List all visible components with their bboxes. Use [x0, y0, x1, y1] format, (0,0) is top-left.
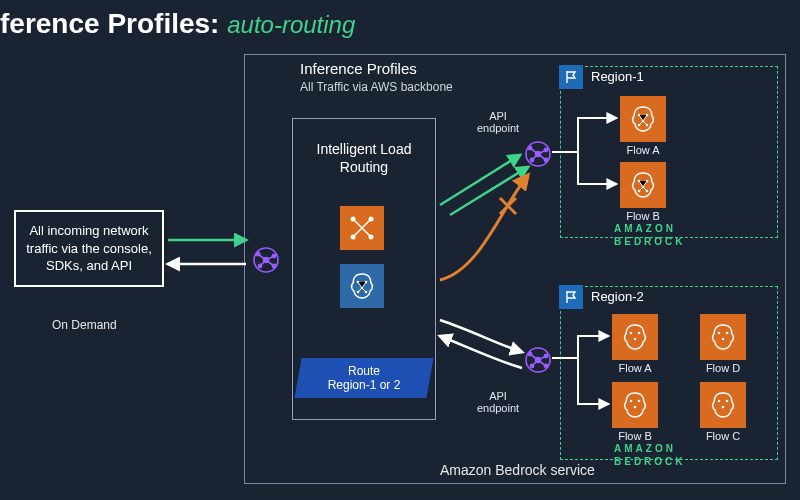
routing-icon-tile — [340, 206, 384, 250]
svg-point-18 — [530, 158, 533, 161]
bedrock-brand-1: AMAZONBEDROCK — [614, 222, 686, 248]
region-1-box: Region-1 — [560, 66, 778, 238]
brain-icon — [628, 170, 658, 200]
on-demand-label: On Demand — [52, 318, 117, 332]
region-2-label: Region-2 — [591, 289, 644, 304]
svg-point-13 — [272, 254, 275, 257]
brain-icon-tile — [340, 264, 384, 308]
route-line2: Region-1 or 2 — [328, 378, 401, 392]
svg-point-38 — [638, 332, 641, 335]
title-sub: auto-routing — [227, 11, 355, 38]
flow-label: Flow B — [612, 430, 658, 442]
svg-point-17 — [528, 146, 531, 149]
router-icon-region1 — [524, 140, 552, 168]
service-subtitle: All Traffic via AWS backbone — [300, 80, 453, 94]
svg-point-19 — [544, 148, 547, 151]
svg-point-23 — [528, 352, 531, 355]
flow-tile — [612, 382, 658, 428]
incoming-traffic-box: All incoming network traffic via the con… — [14, 210, 164, 287]
svg-point-40 — [718, 332, 721, 335]
svg-point-48 — [722, 406, 725, 409]
page-title: ference Profiles: auto-routing — [0, 8, 355, 40]
route-banner: Route Region-1 or 2 — [294, 358, 433, 398]
svg-point-44 — [638, 400, 641, 403]
svg-point-11 — [256, 252, 259, 255]
svg-point-39 — [634, 338, 637, 341]
flow-tile — [700, 382, 746, 428]
router-icon-region2 — [524, 346, 552, 374]
svg-point-25 — [544, 354, 547, 357]
service-bottom-label: Amazon Bedrock service — [440, 462, 595, 478]
svg-point-47 — [726, 400, 729, 403]
route-line1: Route — [348, 364, 380, 378]
brain-icon — [708, 390, 738, 420]
flow-label: Flow A — [612, 362, 658, 374]
title-main: ference Profiles: — [0, 8, 219, 39]
flow-tile — [620, 96, 666, 142]
svg-point-43 — [630, 400, 633, 403]
flow-tile — [700, 314, 746, 360]
router-icon-entry — [252, 246, 280, 274]
api-endpoint-2-label: API endpoint — [468, 390, 528, 414]
ilr-title: Intelligent Load Routing — [314, 140, 414, 176]
brain-icon — [620, 322, 650, 352]
svg-point-45 — [634, 406, 637, 409]
flag-icon — [559, 285, 583, 309]
svg-point-41 — [726, 332, 729, 335]
brain-icon — [628, 104, 658, 134]
brain-icon — [620, 390, 650, 420]
svg-point-42 — [722, 338, 725, 341]
flow-tile — [620, 162, 666, 208]
traffic-text: All incoming network traffic via the con… — [26, 223, 152, 273]
bedrock-brand-2: AMAZONBEDROCK — [614, 442, 686, 468]
svg-point-46 — [718, 400, 721, 403]
flow-label: Flow B — [620, 210, 666, 222]
svg-point-26 — [544, 364, 547, 367]
svg-point-24 — [530, 364, 533, 367]
flow-label: Flow D — [700, 362, 746, 374]
api-endpoint-1-label: API endpoint — [468, 110, 528, 134]
flag-icon — [559, 65, 583, 89]
svg-point-37 — [630, 332, 633, 335]
region-1-label: Region-1 — [591, 69, 644, 84]
flow-label: Flow C — [700, 430, 746, 442]
svg-point-12 — [258, 264, 261, 267]
svg-point-14 — [272, 264, 275, 267]
svg-point-20 — [544, 158, 547, 161]
routing-icon — [347, 213, 377, 243]
flow-label: Flow A — [620, 144, 666, 156]
flow-tile — [612, 314, 658, 360]
service-title: Inference Profiles — [300, 60, 417, 77]
brain-icon — [708, 322, 738, 352]
brain-icon — [347, 271, 377, 301]
